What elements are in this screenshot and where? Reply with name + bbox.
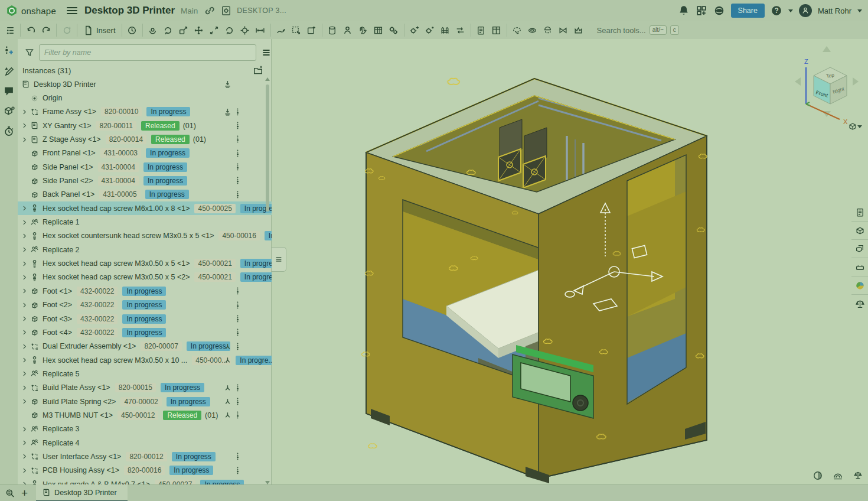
user-menu-caret-icon[interactable] — [857, 9, 862, 12]
named-views-flyout-icon[interactable] — [851, 221, 868, 239]
expand-chevron-icon[interactable] — [21, 467, 28, 474]
planar-mate-icon[interactable] — [191, 23, 207, 37]
drawing-flyout-icon[interactable] — [851, 258, 868, 276]
belt-relation-icon[interactable] — [438, 23, 453, 37]
tree-row[interactable]: M3 THUMB NUT <1>450-00012Released(01) — [18, 408, 272, 422]
fixed-anchor-icon[interactable] — [223, 80, 232, 89]
comments-icon[interactable] — [3, 85, 15, 97]
visibility-dots-icon[interactable] — [233, 108, 242, 116]
assembly-tab[interactable]: Desktop 3D Printer — [36, 484, 128, 501]
measure-analysis-icon[interactable] — [3, 105, 15, 117]
revolute-mate-icon[interactable] — [161, 23, 176, 37]
tree-row[interactable]: Hex nut grade A & B M4x0.7 <1>450-00027I… — [18, 477, 272, 484]
tree-row[interactable]: Foot <1>432-00022In progress — [18, 284, 272, 298]
user-name-label[interactable]: Matt Rohr — [818, 6, 851, 15]
insert-icon[interactable]: Insert — [80, 23, 119, 37]
appearance-flyout-icon[interactable] — [851, 276, 868, 294]
expand-chevron-icon[interactable] — [21, 302, 28, 308]
help-caret-icon[interactable] — [788, 9, 793, 12]
tree-row[interactable]: Hex socket head cap screw M6x1.00 x 8 <1… — [18, 201, 272, 215]
tree-row[interactable]: Hex socket head cap screw M3x0.50 x 5 <1… — [18, 256, 272, 270]
tree-row[interactable]: Hex socket countersunk head screw M3x0.5… — [18, 229, 272, 243]
tree-row[interactable]: Foot <2>432-00022In progress — [18, 298, 272, 312]
view-cube[interactable]: Z X Top Front Right — [791, 45, 862, 136]
tree-row[interactable]: Origin — [18, 91, 272, 105]
community-globe-icon[interactable] — [713, 5, 725, 17]
instances-scrollbar[interactable] — [265, 77, 270, 484]
visibility-dots-icon[interactable] — [233, 287, 242, 295]
main-menu-icon[interactable] — [67, 7, 77, 14]
visibility-dots-icon[interactable] — [233, 190, 242, 199]
custom-tables-flyout-icon[interactable] — [851, 294, 868, 313]
mate-icon[interactable] — [223, 356, 232, 365]
expand-chevron-icon[interactable] — [21, 205, 28, 212]
expand-chevron-icon[interactable] — [21, 385, 28, 391]
expand-chevron-icon[interactable] — [21, 343, 28, 350]
expand-chevron-icon[interactable] — [21, 426, 28, 432]
tree-row[interactable]: Side Panel <1>431-00004In progress — [18, 160, 272, 174]
tree-row[interactable]: Frame Assy <1>820-00010In progress — [18, 105, 272, 119]
visibility-dots-icon[interactable] — [233, 176, 242, 185]
expand-chevron-icon[interactable] — [21, 453, 28, 460]
visibility-dots-icon[interactable] — [233, 328, 242, 337]
share-button[interactable]: Share — [731, 4, 765, 18]
slider-mate-icon[interactable] — [176, 23, 191, 37]
tree-row[interactable]: PCB Housing Assy <1>820-00016In progress — [18, 464, 272, 477]
expand-chevron-icon[interactable] — [21, 329, 28, 336]
mate-relation-icon[interactable] — [304, 23, 319, 37]
bill-of-materials-icon[interactable] — [474, 23, 489, 37]
visibility-dots-icon[interactable] — [233, 162, 242, 171]
search-tools[interactable]: Search tools... alt/~ c — [597, 25, 679, 35]
pattern-table-icon[interactable] — [371, 23, 386, 37]
tree-row[interactable]: Build Plate Assy <1>820-00015In progress — [18, 381, 272, 395]
scrollbar-thumb[interactable] — [266, 84, 269, 212]
add-tab-button[interactable]: + — [21, 488, 28, 499]
notifications-bell-icon[interactable] — [678, 5, 690, 17]
tree-row[interactable]: Replicate 2 — [18, 243, 272, 256]
app-store-grid-icon[interactable] — [696, 5, 707, 17]
insert-mate-connector-icon[interactable] — [3, 45, 15, 57]
circular-pattern-icon[interactable] — [355, 23, 371, 37]
isolate-icon[interactable] — [510, 23, 525, 37]
user-avatar[interactable] — [799, 4, 812, 17]
swap-instances-icon[interactable] — [453, 23, 468, 37]
expand-chevron-icon[interactable] — [21, 398, 28, 405]
graphics-viewport[interactable]: Z X Top Front Right — [272, 39, 868, 484]
cylindrical-mate-icon[interactable] — [207, 23, 222, 37]
time-history-icon[interactable] — [3, 125, 15, 137]
list-view-icon[interactable] — [261, 47, 272, 58]
expand-chevron-icon[interactable] — [21, 315, 28, 322]
visibility-dots-icon[interactable] — [233, 314, 242, 323]
tree-row[interactable]: Foot <3>432-00022In progress — [18, 312, 272, 326]
bom-flyout-icon[interactable] — [851, 203, 868, 221]
tree-row[interactable]: Foot <4>432-00022In progress — [18, 326, 272, 339]
workspace-branch-label[interactable]: Main — [181, 6, 198, 15]
interference-detection-icon[interactable] — [556, 23, 571, 37]
mate-icon[interactable] — [223, 397, 232, 406]
expand-chevron-icon[interactable] — [21, 274, 28, 281]
tree-row[interactable]: Desktop 3D Printer — [18, 77, 272, 91]
visibility-dots-icon[interactable] — [233, 452, 242, 461]
expand-chevron-icon[interactable] — [21, 261, 28, 267]
visibility-dots-icon[interactable] — [233, 411, 242, 419]
undo-icon[interactable] — [23, 23, 38, 37]
tree-row[interactable]: Dual Extruder Assembly <1>820-00007In pr… — [18, 340, 272, 353]
help-icon[interactable] — [771, 5, 782, 17]
expand-chevron-icon[interactable] — [21, 219, 28, 226]
tree-row[interactable]: Replicate 5 — [18, 367, 272, 380]
exploded-views-icon[interactable] — [489, 23, 504, 37]
display-states-icon[interactable] — [540, 23, 556, 37]
edit-appearance-icon[interactable] — [3, 65, 15, 77]
tree-row[interactable]: Hex socket head cap screw M3x0.50 x 10 .… — [18, 353, 272, 367]
search-tabs-icon[interactable] — [5, 488, 15, 499]
tree-row[interactable]: User Interface Assy <1>820-00012In progr… — [18, 450, 272, 463]
view-mode-cube-icon[interactable] — [850, 123, 856, 129]
update-linked-documents-icon[interactable] — [59, 23, 74, 37]
parallel-mate-icon[interactable] — [253, 23, 268, 37]
tree-row[interactable]: Front Panel <1>431-00003In progress — [18, 147, 272, 160]
linear-pattern-icon[interactable] — [340, 23, 355, 37]
expand-chevron-icon[interactable] — [21, 357, 28, 363]
tree-row[interactable]: Replicate 3 — [18, 422, 272, 436]
tree-row[interactable]: XY Gantry <1>820-00011Released(01) — [18, 119, 272, 132]
mate-icon[interactable] — [223, 411, 232, 419]
